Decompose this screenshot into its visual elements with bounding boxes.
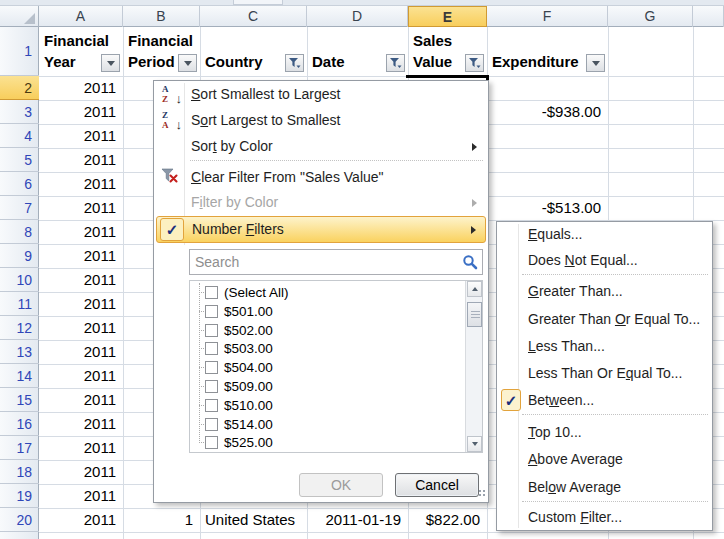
- resize-grip-icon[interactable]: [483, 490, 485, 492]
- select-all-corner[interactable]: [0, 6, 39, 27]
- column-header-D[interactable]: D: [307, 6, 408, 27]
- row-header-10[interactable]: 10: [0, 268, 39, 292]
- cell-A5[interactable]: 2011: [39, 148, 123, 172]
- cell-A9[interactable]: 2011: [39, 244, 123, 268]
- cell-A14[interactable]: 2011: [39, 364, 123, 388]
- header-cell-country[interactable]: Country: [200, 27, 307, 76]
- search-input[interactable]: [189, 249, 483, 275]
- checkbox-unchecked[interactable]: [205, 361, 218, 374]
- row-header-17[interactable]: 17: [0, 436, 39, 460]
- submenu-item-above-average[interactable]: Above Average: [499, 447, 710, 472]
- row-header-7[interactable]: 7: [0, 196, 39, 220]
- column-header-C[interactable]: C: [200, 6, 307, 27]
- submenu-item-less-than[interactable]: Less Than...: [499, 334, 710, 359]
- cell-A19[interactable]: 2011: [39, 484, 123, 508]
- row-header-6[interactable]: 6: [0, 172, 39, 196]
- row-header-4[interactable]: 4: [0, 124, 39, 148]
- cell-A16[interactable]: 2011: [39, 412, 123, 436]
- scrollbar-thumb[interactable]: [467, 302, 482, 327]
- submenu-item-greater-than[interactable]: Greater Than...: [499, 279, 710, 304]
- row-header-2[interactable]: 2: [0, 76, 39, 100]
- cell-A8[interactable]: 2011: [39, 220, 123, 244]
- resize-grip-icon[interactable]: [479, 490, 481, 492]
- cell-A17[interactable]: 2011: [39, 436, 123, 460]
- header-cell-financial-year[interactable]: Financial Year: [39, 27, 123, 76]
- scroll-down-button[interactable]: [467, 436, 482, 452]
- menu-item-sort-by-color[interactable]: Sort by Color: [156, 134, 486, 159]
- ok-button[interactable]: OK: [299, 473, 383, 497]
- header-cell-financial-period[interactable]: Financial Period: [123, 27, 200, 76]
- resize-grip-icon[interactable]: [483, 494, 485, 496]
- submenu-item-top-10[interactable]: Top 10...: [499, 420, 710, 445]
- cell-B20[interactable]: 1: [123, 508, 200, 532]
- column-header-F[interactable]: F: [487, 6, 608, 27]
- row-header-5[interactable]: 5: [0, 148, 39, 172]
- row-header-18[interactable]: 18: [0, 460, 39, 484]
- list-item--504-00[interactable]: $504.00: [190, 358, 464, 377]
- row-header-1[interactable]: 1: [0, 27, 39, 76]
- cell-A3[interactable]: 2011: [39, 100, 123, 124]
- row-header-16[interactable]: 16: [0, 412, 39, 436]
- checkbox-unchecked[interactable]: [205, 418, 218, 431]
- cell-A2[interactable]: 2011: [39, 76, 123, 100]
- cell-F3[interactable]: -$938.00: [487, 100, 608, 124]
- column-header-partial[interactable]: [693, 6, 724, 27]
- row-header-9[interactable]: 9: [0, 244, 39, 268]
- row-header-3[interactable]: 3: [0, 100, 39, 124]
- cell-A18[interactable]: 2011: [39, 460, 123, 484]
- checkbox-unchecked[interactable]: [205, 399, 218, 412]
- country-filter-button[interactable]: [285, 54, 304, 72]
- row-header-8[interactable]: 8: [0, 220, 39, 244]
- row-header-20[interactable]: 20: [0, 508, 39, 532]
- submenu-item-below-average[interactable]: Below Average: [499, 475, 710, 500]
- submenu-item-custom-filter[interactable]: Custom Filter...: [499, 505, 710, 530]
- cell-A4[interactable]: 2011: [39, 124, 123, 148]
- column-header-E[interactable]: E: [408, 6, 487, 27]
- column-header-A[interactable]: A: [39, 6, 123, 27]
- cell-F7[interactable]: -$513.00: [487, 196, 608, 220]
- checkbox-unchecked[interactable]: [205, 380, 218, 393]
- list-item--501-00[interactable]: $501.00: [190, 302, 464, 321]
- list-item--514-00[interactable]: $514.00: [190, 415, 464, 434]
- header-cell-sales-value[interactable]: Sales Value: [408, 27, 487, 76]
- submenu-item-does-not-equal[interactable]: Does Not Equal...: [499, 248, 710, 273]
- financial-period-dropdown-button[interactable]: [178, 54, 197, 72]
- menu-item-sort-largest-to-smallest[interactable]: Sort Largest to SmallestZA↓: [156, 108, 486, 133]
- cell-A12[interactable]: 2011: [39, 316, 123, 340]
- row-header-12[interactable]: 12: [0, 316, 39, 340]
- menu-item-clear-filter-from-sales-value[interactable]: Clear Filter From "Sales Value": [156, 165, 486, 190]
- list-item--502-00[interactable]: $502.00: [190, 321, 464, 340]
- list-item-partial[interactable]: [190, 452, 464, 453]
- cell-C20[interactable]: United States: [200, 508, 307, 532]
- cancel-button[interactable]: Cancel: [395, 473, 479, 497]
- cell-A11[interactable]: 2011: [39, 292, 123, 316]
- row-header-19[interactable]: 19: [0, 484, 39, 508]
- checkbox-unchecked[interactable]: [205, 436, 218, 449]
- menu-item-number-filters[interactable]: Number Filters✓: [156, 216, 486, 243]
- checkbox-unchecked[interactable]: [205, 286, 218, 299]
- menu-item-filter-by-color[interactable]: Filter by Color: [156, 190, 486, 215]
- list-item--503-00[interactable]: $503.00: [190, 339, 464, 358]
- cell-D20[interactable]: 2011-01-19: [307, 508, 408, 532]
- row-header-14[interactable]: 14: [0, 364, 39, 388]
- header-cell-date[interactable]: Date: [307, 27, 408, 76]
- cell-A20[interactable]: 2011: [39, 508, 123, 532]
- checkbox-unchecked[interactable]: [205, 305, 218, 318]
- checkbox-unchecked[interactable]: [205, 324, 218, 337]
- expenditure-dropdown-button[interactable]: [586, 54, 605, 72]
- checkbox-unchecked[interactable]: [205, 342, 218, 355]
- scroll-up-button[interactable]: [467, 281, 482, 297]
- date-filter-button[interactable]: [386, 54, 405, 72]
- cell-E20[interactable]: $822.00: [408, 508, 487, 532]
- submenu-item-less-than-or-equal-to[interactable]: Less Than Or Equal To...: [499, 361, 710, 386]
- list-item--select-all-[interactable]: (Select All): [190, 283, 464, 302]
- row-header-11[interactable]: 11: [0, 292, 39, 316]
- cell-A15[interactable]: 2011: [39, 388, 123, 412]
- submenu-item-greater-than-or-equal-to[interactable]: Greater Than Or Equal To...: [499, 307, 710, 332]
- column-header-G[interactable]: G: [608, 6, 693, 27]
- menu-item-sort-smallest-to-largest[interactable]: Sort Smallest to LargestAZ↓: [156, 82, 486, 107]
- row-header-15[interactable]: 15: [0, 388, 39, 412]
- list-item--525-00[interactable]: $525.00: [190, 433, 464, 452]
- submenu-item-between[interactable]: Between...✓: [499, 388, 710, 413]
- list-item--510-00[interactable]: $510.00: [190, 396, 464, 415]
